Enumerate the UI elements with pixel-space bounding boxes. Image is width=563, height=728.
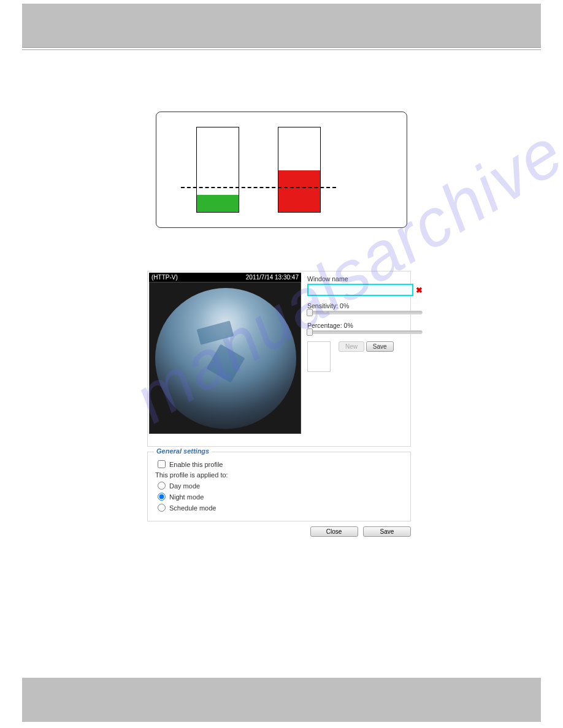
new-button: New bbox=[339, 341, 364, 352]
sensitivity-label: Sensitivity: 0% bbox=[307, 302, 423, 309]
window-name-row: ✖ bbox=[307, 284, 423, 296]
close-button[interactable]: Close bbox=[310, 526, 358, 537]
percentage-slider[interactable] bbox=[307, 330, 423, 334]
night-mode-row: Night mode bbox=[158, 493, 403, 501]
general-settings-legend: General settings bbox=[154, 447, 212, 455]
diagram-bar-red bbox=[278, 127, 321, 213]
window-name-label: Window name bbox=[307, 275, 423, 282]
diagram-bar-green bbox=[196, 127, 239, 213]
night-mode-radio[interactable] bbox=[158, 493, 166, 501]
save-window-button[interactable]: Save bbox=[366, 341, 394, 352]
percentage-label: Percentage: 0% bbox=[307, 322, 423, 329]
day-mode-radio[interactable] bbox=[158, 482, 166, 490]
schedule-mode-row: Schedule mode bbox=[158, 504, 403, 512]
preview-and-buttons-row: New Save bbox=[307, 341, 423, 372]
schedule-mode-label: Schedule mode bbox=[169, 504, 216, 512]
video-header: (HTTP-V) 2011/7/14 13:30:47 bbox=[149, 273, 301, 282]
video-preview[interactable] bbox=[149, 282, 301, 434]
day-mode-label: Day mode bbox=[169, 482, 200, 490]
delete-window-icon[interactable]: ✖ bbox=[416, 286, 423, 295]
page-footer-bar bbox=[22, 678, 541, 722]
save-button[interactable]: Save bbox=[363, 526, 411, 537]
enable-profile-label: Enable this profile bbox=[169, 461, 223, 468]
window-name-input[interactable] bbox=[307, 284, 413, 296]
general-settings-box: General settings Enable this profile Thi… bbox=[147, 452, 411, 521]
applied-to-text: This profile is applied to: bbox=[155, 471, 403, 479]
motion-config-panel: (HTTP-V) 2011/7/14 13:30:47 Window name … bbox=[147, 271, 411, 447]
video-panel: (HTTP-V) 2011/7/14 13:30:47 bbox=[149, 273, 301, 434]
motion-preview-thumbnail bbox=[307, 341, 331, 372]
enable-profile-checkbox[interactable] bbox=[158, 460, 166, 468]
sensitivity-slider-box: Sensitivity: 0% bbox=[307, 302, 423, 314]
night-mode-label: Night mode bbox=[169, 493, 204, 501]
footer-button-row: Close Save bbox=[147, 525, 411, 537]
enable-profile-row: Enable this profile bbox=[158, 460, 403, 468]
sensitivity-slider-thumb[interactable] bbox=[307, 309, 313, 316]
video-protocol: (HTTP-V) bbox=[151, 274, 178, 281]
percentage-slider-box: Percentage: 0% bbox=[307, 322, 423, 334]
sensitivity-slider[interactable] bbox=[307, 311, 423, 314]
page-header-bar bbox=[22, 4, 541, 48]
diagram-bar-green-fill bbox=[197, 195, 239, 212]
fisheye-image bbox=[155, 288, 296, 429]
threshold-diagram bbox=[156, 112, 407, 228]
percentage-slider-thumb[interactable] bbox=[307, 328, 313, 336]
diagram-bar-red-fill bbox=[278, 170, 320, 212]
config-right-panel: Window name ✖ Sensitivity: 0% Percentage… bbox=[302, 271, 427, 435]
schedule-mode-radio[interactable] bbox=[158, 504, 166, 512]
diagram-threshold-line bbox=[181, 187, 336, 188]
day-mode-row: Day mode bbox=[158, 482, 403, 490]
video-timestamp: 2011/7/14 13:30:47 bbox=[246, 274, 299, 281]
